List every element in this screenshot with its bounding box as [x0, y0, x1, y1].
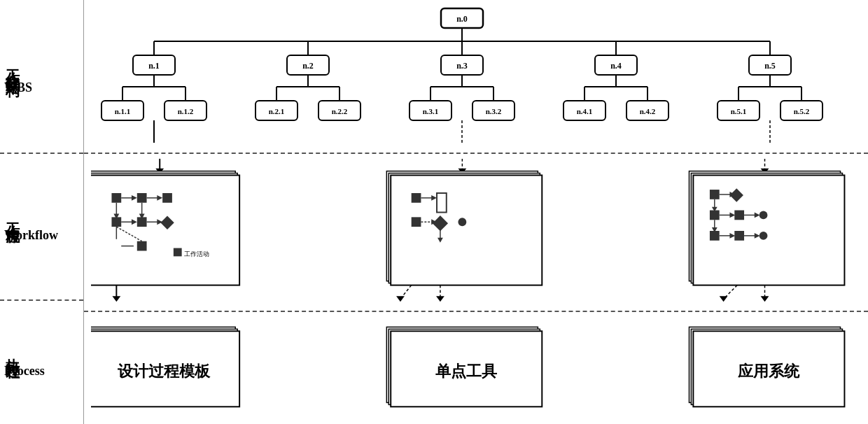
- svg-text:n.2: n.2: [302, 61, 314, 71]
- wbs-vertical-text: 工作分解结构: [4, 58, 21, 75]
- svg-rect-53: [626, 101, 668, 120]
- process-section: 设计过程模板 单点工具 应用系统: [84, 312, 868, 424]
- svg-text:n.5: n.5: [764, 61, 776, 71]
- svg-rect-15: [595, 55, 637, 75]
- process-diagram: 设计过程模板 单点工具 应用系统: [91, 319, 861, 424]
- svg-point-128: [760, 211, 768, 220]
- label-column: 工作分解结构 WBS 工作流程 Workflow 执行过程 Process: [0, 0, 84, 424]
- svg-rect-17: [749, 55, 791, 75]
- svg-text:n.4.2: n.4.2: [640, 107, 656, 115]
- svg-marker-96: [112, 296, 120, 302]
- svg-rect-122: [710, 211, 720, 220]
- svg-text:n.2.2: n.2.2: [332, 107, 348, 115]
- process-english-label: Process: [4, 364, 45, 379]
- svg-text:n.3: n.3: [456, 61, 468, 71]
- svg-rect-77: [162, 193, 172, 203]
- wbs-section: n.0 n.1 n.2 n.3: [84, 0, 868, 154]
- svg-rect-93: [174, 248, 182, 257]
- svg-marker-112: [396, 296, 405, 302]
- workflow-vertical-text: 工作流程: [4, 211, 21, 222]
- svg-marker-143: [761, 296, 769, 302]
- svg-text:单点工具: 单点工具: [435, 362, 498, 380]
- svg-text:n.5.2: n.5.2: [794, 107, 810, 115]
- svg-rect-104: [412, 217, 421, 227]
- svg-text:n.4.1: n.4.1: [577, 107, 593, 115]
- workflow-label-section: 工作流程 Workflow: [0, 154, 83, 301]
- process-vertical-text: 执行过程: [4, 347, 21, 358]
- svg-text:n.4: n.4: [610, 61, 622, 71]
- svg-text:设计过程模板: 设计过程模板: [118, 362, 211, 380]
- wbs-label-section: 工作分解结构 WBS: [0, 0, 83, 154]
- svg-rect-57: [780, 101, 822, 120]
- svg-rect-74: [137, 193, 147, 203]
- svg-rect-55: [718, 101, 760, 120]
- svg-text:n.1: n.1: [148, 61, 160, 71]
- workflow-section: 工作活动: [84, 154, 868, 312]
- content-area: n.0 n.1 n.2 n.3: [84, 0, 868, 424]
- svg-text:应用系统: 应用系统: [737, 362, 800, 380]
- workflow-english-label: Workflow: [4, 228, 58, 243]
- svg-text:n.2.1: n.2.1: [269, 107, 285, 115]
- svg-text:工作活动: 工作活动: [184, 250, 209, 257]
- svg-rect-132: [734, 231, 744, 241]
- svg-text:n.0: n.0: [456, 14, 468, 24]
- svg-rect-13: [441, 55, 483, 75]
- svg-marker-141: [720, 296, 728, 302]
- svg-rect-11: [287, 55, 329, 75]
- svg-text:n.1.2: n.1.2: [178, 107, 194, 115]
- svg-rect-43: [255, 101, 298, 120]
- svg-rect-39: [102, 101, 144, 120]
- svg-rect-100: [412, 193, 421, 203]
- svg-rect-9: [133, 55, 175, 75]
- svg-text:n.3.1: n.3.1: [423, 107, 439, 115]
- svg-rect-49: [472, 101, 514, 120]
- svg-text:n.3.2: n.3.2: [486, 107, 502, 115]
- wbs-diagram: n.0 n.1 n.2 n.3: [84, 0, 868, 153]
- svg-rect-129: [710, 231, 720, 241]
- svg-rect-0: [441, 8, 483, 28]
- wbs-english-label: WBS: [4, 80, 32, 95]
- svg-rect-125: [734, 211, 744, 220]
- main-container: 工作分解结构 WBS 工作流程 Workflow 执行过程 Process n.…: [0, 0, 868, 424]
- svg-rect-71: [111, 193, 121, 203]
- svg-text:n.1.1: n.1.1: [115, 107, 131, 115]
- svg-point-110: [458, 218, 466, 226]
- process-label-section: 执行过程 Process: [0, 301, 83, 424]
- svg-rect-70: [91, 175, 239, 285]
- svg-point-135: [760, 232, 768, 240]
- svg-rect-85: [137, 241, 147, 251]
- svg-rect-41: [164, 101, 206, 120]
- svg-text:n.5.1: n.5.1: [731, 107, 747, 115]
- svg-marker-114: [436, 296, 444, 302]
- svg-rect-99: [391, 175, 542, 285]
- workflow-diagram: 工作活动: [91, 157, 861, 304]
- svg-rect-51: [564, 101, 606, 120]
- svg-rect-118: [710, 190, 720, 199]
- svg-rect-45: [318, 101, 360, 120]
- svg-rect-103: [437, 193, 447, 213]
- svg-rect-47: [410, 101, 451, 120]
